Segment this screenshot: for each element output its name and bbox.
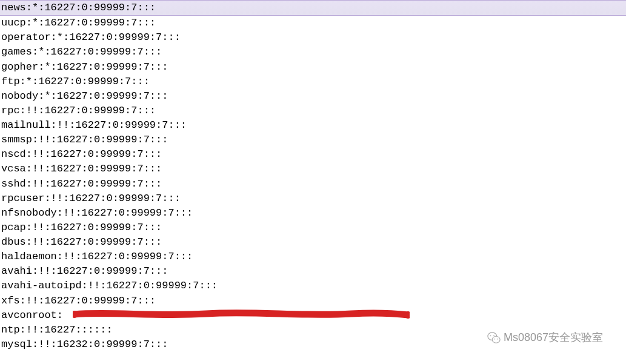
- shadow-entry-text: avahi:!!:16227:0:99999:7:::: [1, 265, 168, 277]
- shadow-entry-line: news:*:16227:0:99999:7:::: [0, 0, 626, 16]
- shadow-entry-text: avahi-autoipd:!!:16227:0:99999:7:::: [1, 280, 218, 291]
- shadow-entry-text: ftp:*:16227:0:99999:7:::: [1, 76, 150, 87]
- shadow-entry-text: operator:*:16227:0:99999:7:::: [1, 31, 181, 43]
- shadow-entry-line: sshd:!!:16227:0:99999:7:::: [0, 177, 626, 191]
- shadow-entry-text: news:*:16227:0:99999:7:::: [1, 2, 156, 13]
- shadow-entry-text: nobody:*:16227:0:99999:7:::: [1, 90, 168, 102]
- shadow-entry-line: smmsp:!!:16227:0:99999:7:::: [0, 133, 626, 147]
- shadow-entry-line: nfsnobody:!!:16227:0:99999:7:::: [0, 206, 626, 220]
- shadow-entry-line: mailnull:!!:16227:0:99999:7:::: [0, 118, 626, 133]
- shadow-entry-text: rpc:!!:16227:0:99999:7:::: [1, 105, 156, 116]
- shadow-entry-text: pcap:!!:16227:0:99999:7:::: [1, 222, 162, 233]
- shadow-entry-text: games:*:16227:0:99999:7:::: [1, 46, 162, 58]
- redacted-line: avconroot:: [1, 308, 626, 323]
- shadow-entry-text: dbus:!!:16227:0:99999:7:::: [1, 236, 162, 248]
- shadow-entry-line: vcsa:!!:16227:0:99999:7:::: [0, 162, 626, 176]
- shadow-entry-text: smmsp:!!:16227:0:99999:7:::: [1, 134, 168, 145]
- shadow-entry-text: gopher:*:16227:0:99999:7:::: [1, 61, 168, 73]
- svg-point-0: [73, 311, 78, 318]
- shadow-entry-line: avahi-autoipd:!!:16227:0:99999:7:::: [0, 279, 626, 293]
- shadow-entry-line: dbus:!!:16227:0:99999:7:::: [0, 235, 626, 250]
- shadow-entry-text: xfs:!!:16227:0:99999:7:::: [1, 295, 156, 306]
- shadow-entry-line: gopher:*:16227:0:99999:7:::: [0, 60, 626, 74]
- shadow-entry-line: nobody:*:16227:0:99999:7:::: [0, 89, 626, 104]
- shadow-entry-text: uucp:*:16227:0:99999:7:::: [1, 17, 156, 28]
- shadow-entry-text: rpcuser:!!:16227:0:99999:7:::: [1, 193, 181, 204]
- svg-point-5: [493, 336, 494, 337]
- shadow-entry-line: pcap:!!:16227:0:99999:7:::: [0, 220, 626, 235]
- shadow-entry-line: games:*:16227:0:99999:7:::: [0, 45, 626, 59]
- shadow-entry-line: uucp:*:16227:0:99999:7:::: [0, 16, 626, 30]
- shadow-entry-line: ftp:*:16227:0:99999:7:::: [0, 74, 626, 89]
- shadow-entry-text: mysql:!!:16232:0:99999:7:::: [1, 339, 168, 350]
- watermark: Ms08067安全实验室: [487, 330, 603, 346]
- shadow-entry-text: haldaemon:!!:16227:0:99999:7:::: [1, 251, 193, 262]
- shadow-entry-text: vcsa:!!:16227:0:99999:7:::: [1, 163, 162, 174]
- svg-point-7: [497, 339, 498, 340]
- svg-point-3: [492, 336, 500, 343]
- svg-point-4: [490, 336, 491, 337]
- shadow-entry-line: avconroot:: [0, 308, 626, 323]
- shadow-entry-line: operator:*:16227:0:99999:7:::: [0, 30, 626, 45]
- wechat-icon: [487, 331, 501, 345]
- svg-point-1: [405, 311, 410, 319]
- shadow-entry-text: ntp:!!:16227::::::: [1, 324, 113, 336]
- shadow-entry-line: xfs:!!:16227:0:99999:7:::: [0, 294, 626, 308]
- svg-point-6: [494, 339, 495, 340]
- shadow-entry-line: nscd:!!:16227:0:99999:7:::: [0, 147, 626, 162]
- shadow-entry-line: avahi:!!:16227:0:99999:7:::: [0, 264, 626, 279]
- shadow-entry-text: nfsnobody:!!:16227:0:99999:7:::: [1, 207, 193, 219]
- shadow-entry-text: mailnull:!!:16227:0:99999:7:::: [1, 119, 187, 131]
- shadow-entry-line: rpcuser:!!:16227:0:99999:7:::: [0, 191, 626, 206]
- shadow-entry-text: nscd:!!:16227:0:99999:7:::: [1, 148, 162, 160]
- shadow-entry-text: sshd:!!:16227:0:99999:7:::: [1, 178, 162, 190]
- shadow-entry-line: rpc:!!:16227:0:99999:7:::: [0, 104, 626, 118]
- shadow-entry-text: avconroot:: [1, 309, 63, 321]
- redaction-mark: [73, 309, 410, 319]
- watermark-text: Ms08067安全实验室: [504, 330, 603, 346]
- shadow-entry-line: haldaemon:!!:16227:0:99999:7:::: [0, 250, 626, 264]
